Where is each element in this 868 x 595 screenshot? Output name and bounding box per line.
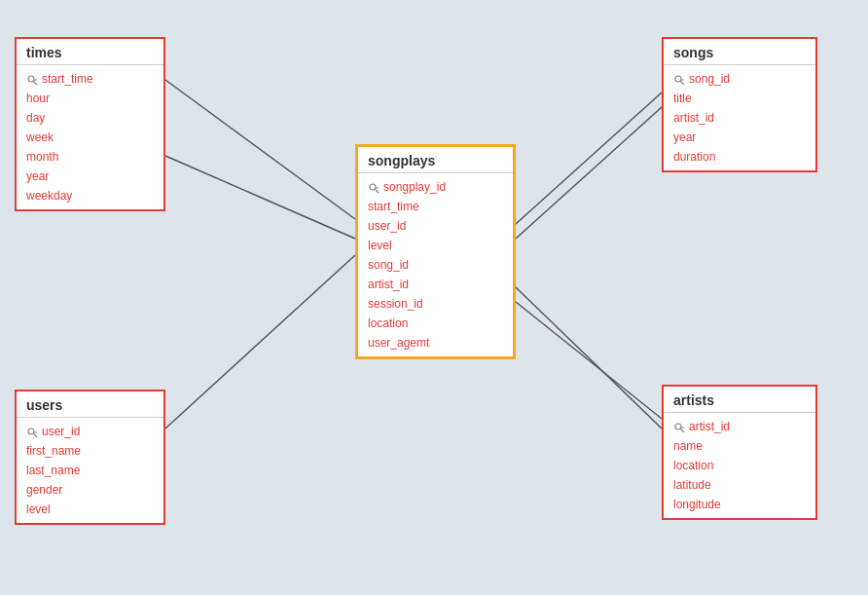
times-field-year: year: [17, 167, 163, 186]
artists-field-latitude: latitude: [664, 475, 815, 495]
songplays-table-header: songplays: [358, 147, 513, 173]
times-table-header: times: [17, 39, 163, 65]
songplays-field-song_id: song_id: [358, 255, 513, 275]
artists-table-body: artist_id name location latitude longitu…: [664, 413, 815, 518]
artists-pk-field: artist_id: [689, 418, 730, 435]
times-field-weekday: weekday: [17, 186, 163, 205]
svg-line-2: [516, 93, 662, 224]
svg-point-19: [675, 424, 681, 429]
songplays-field-user_id: user_id: [358, 216, 513, 236]
svg-point-10: [370, 184, 376, 190]
svg-line-1: [165, 156, 355, 239]
times-table: times start_time hour day week month yea…: [15, 37, 165, 211]
artists-table-header: artists: [664, 387, 815, 413]
songs-field-duration: duration: [664, 147, 815, 167]
artists-table: artists artist_id name location latitude…: [662, 385, 817, 520]
songs-field-artist_id: artist_id: [664, 108, 815, 128]
times-field-week: week: [17, 128, 163, 147]
artists-field-location: location: [664, 456, 815, 475]
times-field-day: day: [17, 108, 163, 128]
users-field-level: level: [17, 500, 163, 519]
songplays-field-user_agemt: user_agemt: [358, 333, 513, 353]
users-field-first_name: first_name: [17, 441, 163, 461]
songplays-field-level: level: [358, 236, 513, 255]
artists-field-longitude: longitude: [664, 495, 815, 514]
users-table-header: users: [17, 391, 163, 418]
songs-table-body: song_id title artist_id year duration: [664, 65, 815, 170]
times-field-month: month: [17, 147, 163, 167]
times-table-body: start_time hour day week month year week…: [17, 65, 163, 209]
svg-line-4: [165, 255, 355, 428]
songs-field-year: year: [664, 128, 815, 147]
songplays-field-location: location: [358, 314, 513, 333]
users-field-gender: gender: [17, 480, 163, 500]
artists-field-name: name: [664, 436, 815, 456]
users-pk-field: user_id: [42, 423, 80, 440]
songplays-pk-field: songplay_id: [383, 178, 446, 196]
pk-icon-songs: [673, 73, 685, 85]
users-field-last_name: last_name: [17, 461, 163, 480]
svg-line-14: [681, 82, 685, 86]
times-pk-row: start_time: [17, 69, 163, 89]
svg-line-17: [34, 434, 38, 438]
svg-line-5: [516, 287, 662, 428]
pk-icon-users: [26, 426, 38, 437]
svg-point-7: [28, 76, 34, 82]
artists-pk-row: artist_id: [664, 417, 815, 436]
songplays-table-body: songplay_id start_time user_id level son…: [358, 173, 513, 356]
times-field-hour: hour: [17, 89, 163, 108]
users-table-body: user_id first_name last_name gender leve…: [17, 418, 163, 523]
svg-line-3: [516, 107, 662, 239]
songplays-field-session_id: session_id: [358, 294, 513, 314]
pk-icon-artists: [673, 421, 685, 432]
songs-pk-row: song_id: [664, 69, 815, 89]
svg-point-16: [28, 428, 34, 434]
times-pk-field: start_time: [42, 70, 93, 88]
svg-line-6: [516, 302, 662, 419]
songplays-pk-row: songplay_id: [358, 177, 513, 197]
songplays-field-start_time: start_time: [358, 197, 513, 216]
songs-table: songs song_id title artist_id year durat…: [662, 37, 817, 172]
songs-pk-field: song_id: [689, 70, 730, 88]
songplays-field-artist_id: artist_id: [358, 275, 513, 294]
songplays-table: songplays songplay_id start_time user_id…: [355, 144, 516, 359]
svg-line-11: [376, 190, 380, 194]
svg-line-8: [34, 82, 38, 86]
users-pk-row: user_id: [17, 422, 163, 441]
songs-field-title: title: [664, 89, 815, 108]
svg-line-20: [681, 429, 685, 433]
pk-icon-songplays: [368, 181, 380, 193]
users-table: users user_id first_name last_name gende…: [15, 390, 165, 525]
svg-point-13: [675, 76, 681, 82]
songs-table-header: songs: [664, 39, 815, 65]
svg-line-0: [165, 80, 355, 219]
pk-icon: [26, 73, 38, 85]
